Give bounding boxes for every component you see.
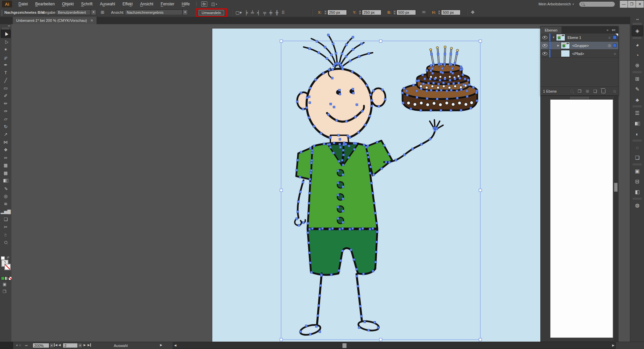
dock-group-grip[interactable] [633, 71, 642, 73]
menu-ansicht[interactable]: Ansicht [137, 0, 157, 8]
layer-thumbnail[interactable] [561, 50, 570, 57]
trace-artwork[interactable] [212, 29, 548, 342]
align-middle-vertical-icon[interactable]: ╪ [269, 10, 272, 15]
pathfinder-icon[interactable]: ◧ [632, 187, 643, 197]
layer-name[interactable]: Ebene 1 [568, 36, 606, 40]
make-clipping-mask-icon[interactable]: ❐ [578, 89, 581, 94]
bridge-button[interactable]: Br [201, 1, 207, 7]
search-input[interactable] [579, 2, 615, 7]
first-artboard-button[interactable]: ◀ [54, 343, 57, 347]
scale-tool[interactable]: ↗ [1, 131, 10, 138]
slice-tool[interactable]: ✂ [1, 223, 10, 231]
eyedropper-tool[interactable]: ✎ [1, 185, 10, 192]
convert-button[interactable]: Umwandeln [199, 10, 224, 15]
rotate-tool[interactable]: ↻ [1, 123, 10, 131]
perspective-grid-tool[interactable]: ▦ [1, 161, 10, 169]
appearance-icon[interactable]: ◌ [632, 142, 643, 152]
y-stepper[interactable]: ▲▼ [358, 10, 362, 15]
y-field[interactable]: 250 px [362, 10, 381, 15]
tab-close-icon[interactable]: ✕ [90, 18, 93, 23]
gradient-tool[interactable] [1, 177, 10, 185]
layer-name[interactable]: <Gruppe> [572, 44, 606, 48]
target-icon[interactable]: ◎ [606, 43, 613, 48]
align-icon[interactable]: ⊟ [632, 177, 643, 187]
gradient-button[interactable] [5, 277, 8, 280]
visibility-toggle[interactable] [541, 42, 549, 49]
height-field[interactable]: 500 px [441, 10, 461, 15]
dock-group-grip[interactable] [633, 163, 642, 165]
blob-brush-tool[interactable]: ✑ [1, 107, 10, 115]
zoom-level-field[interactable]: 200% [33, 343, 49, 348]
locate-object-icon[interactable] [570, 90, 573, 93]
x-field[interactable]: 250 px [327, 10, 347, 15]
arrange-documents-icon[interactable]: ◫▾ [211, 2, 217, 6]
workspace-switcher[interactable]: Mein Arbeitsbereich ▾ [538, 2, 574, 6]
stroke-swatch-none[interactable] [4, 264, 11, 270]
align-left-icon[interactable]: ╞ [245, 10, 248, 15]
visibility-toggle[interactable] [541, 34, 549, 41]
blend-tool[interactable]: ◎ [1, 192, 10, 200]
traced-image-canvas[interactable] [212, 29, 548, 342]
distribute-icon[interactable]: ⠿ [281, 10, 285, 15]
panel-resize-grip[interactable] [613, 90, 616, 93]
preset-select[interactable]: Benutzerdefiniert [56, 9, 91, 15]
swap-fill-stroke-icon[interactable]: ⇄ [7, 256, 9, 259]
delete-layer-icon[interactable] [601, 89, 605, 93]
type-tool[interactable]: T [1, 69, 10, 77]
restore-button[interactable]: ❐ [628, 1, 636, 8]
align-bottom-icon[interactable]: ╫ [275, 10, 278, 15]
dock-group-grip[interactable] [633, 198, 642, 200]
magic-wand-tool[interactable]: ✶ [1, 46, 10, 53]
hand-tool[interactable]: ☞ [1, 231, 10, 239]
tracing-panel-icon[interactable]: ⊞ [101, 10, 104, 15]
export-icon[interactable]: ➦ [25, 343, 28, 348]
menu-datei[interactable]: Datei [15, 0, 32, 8]
menu-objekt[interactable]: Objekt [58, 0, 77, 8]
menu-bearbeiten[interactable]: Bearbeiten [32, 0, 58, 8]
layer-row-2[interactable]: ▶<Gruppe>◎ [541, 42, 618, 50]
document-tab[interactable]: Unbenannt-1* bei 200 % (CMYK/Vorschau) ✕ [13, 17, 97, 24]
lasso-tool[interactable]: ℘ [1, 53, 10, 61]
layers-tab[interactable]: Ebenen [541, 27, 561, 34]
stroke-icon[interactable]: ☰ [632, 108, 643, 118]
color-button[interactable] [1, 277, 5, 280]
width-tool[interactable]: ⋈ [1, 138, 10, 146]
transform-icon[interactable]: ✥ [471, 10, 475, 15]
direct-selection-tool[interactable]: ▷ [1, 38, 10, 46]
link-dimensions-icon[interactable]: ɔc [422, 10, 426, 14]
symbols-icon[interactable]: ♣ [632, 95, 643, 105]
panel-collapse-icon[interactable]: » [607, 28, 609, 32]
selection-tool[interactable]: ▶ [1, 30, 11, 38]
align-to-selection-icon[interactable]: ▢▾ [235, 10, 242, 15]
panel-menu-icon[interactable]: ▾≡ [612, 28, 615, 32]
view-select[interactable]: Nachzeichnerergebnis [125, 9, 182, 15]
layer-thumbnail[interactable] [556, 34, 565, 41]
pen-tool[interactable]: ✒ [1, 61, 10, 69]
align-center-horizontal-icon[interactable]: ╧ [251, 10, 254, 15]
artboards-icon[interactable]: ▣ [632, 166, 643, 176]
eraser-tool[interactable]: ▱ [1, 115, 10, 123]
panel-grip[interactable] [1, 9, 3, 15]
align-right-icon[interactable]: ╡ [257, 10, 260, 15]
menu-hilfe[interactable]: Hilfe [178, 0, 194, 8]
menu-fenster[interactable]: Fenster [157, 0, 178, 8]
previous-artboard-button[interactable]: ◀ [58, 343, 61, 347]
free-transform-tool[interactable]: ❖ [1, 146, 10, 154]
new-layer-icon[interactable]: ❑ [593, 89, 597, 94]
dock-group-grip[interactable] [633, 105, 642, 107]
dock-expand-icon[interactable]: ◂◂ [630, 17, 644, 22]
zoom-level-dropdown[interactable]: ▼ [49, 343, 54, 348]
screen-mode-icon[interactable]: ❐ [3, 289, 6, 294]
panel-drag-handle[interactable] [570, 97, 589, 99]
paintbrush-tool[interactable]: ✐ [1, 92, 10, 100]
line-segment-tool[interactable]: ╱ [1, 77, 10, 84]
preset-select-arrow[interactable]: ▼ [91, 9, 96, 15]
expand-arrow-icon[interactable]: ▶ [556, 44, 561, 47]
next-artboard-button[interactable]: ▶ [84, 343, 86, 347]
target-icon[interactable]: ○ [611, 52, 618, 56]
column-graph-tool[interactable]: ▂▅▇ [1, 208, 10, 215]
align-top-icon[interactable]: ╤ [263, 10, 266, 15]
close-button[interactable]: ✕ [636, 1, 644, 8]
minimize-button[interactable]: — [620, 1, 628, 8]
pencil-tool[interactable]: ✏ [1, 100, 10, 107]
